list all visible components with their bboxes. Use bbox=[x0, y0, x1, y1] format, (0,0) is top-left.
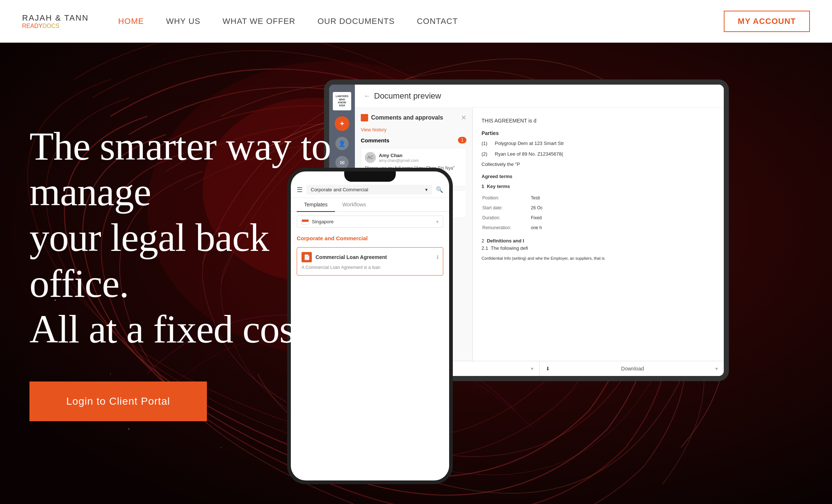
country-arrow-icon: ▾ bbox=[436, 219, 438, 224]
login-button[interactable]: Login to Client Portal bbox=[29, 381, 207, 421]
comments-title-row: Comments and approvals bbox=[361, 114, 443, 121]
comments-badge: 1 bbox=[458, 137, 466, 143]
main-nav: HOME WHY US WHAT WE OFFER OUR DOCUMENTS … bbox=[118, 17, 724, 26]
key-terms-heading: 1 Key terms bbox=[482, 183, 715, 191]
phone-notch bbox=[344, 171, 396, 182]
sidebar-add-icon[interactable]: + bbox=[335, 116, 349, 131]
hero-section: The smarter way to manage your legal bac… bbox=[0, 43, 832, 504]
start-val: 26 Oc bbox=[531, 203, 714, 213]
nav-our-documents[interactable]: OUR DOCUMENTS bbox=[317, 17, 395, 26]
comment-icon bbox=[361, 114, 368, 121]
start-label: Start date: bbox=[482, 203, 530, 213]
view-history-link[interactable]: View history bbox=[361, 127, 466, 132]
doc-party-1: (1) Polygroup Dem at 123 Smart Str bbox=[482, 140, 715, 148]
definitions-row: 2 Definitions and I bbox=[482, 237, 715, 245]
comments-header: Comments and approvals ✕ bbox=[361, 114, 466, 122]
nav-home[interactable]: HOME bbox=[118, 17, 144, 26]
key-terms-label: Key terms bbox=[487, 184, 510, 189]
table-row-start: Start date: 26 Oc bbox=[482, 203, 714, 213]
hero-title-line2: your legal back office. bbox=[29, 216, 269, 305]
party-2-num: (2) bbox=[482, 150, 490, 158]
collectively-text: Collectively the "P bbox=[482, 161, 715, 168]
tablet-doc-header: ← Document preview bbox=[355, 85, 724, 108]
sidebar-envelope-icon[interactable]: ✉ bbox=[335, 156, 349, 169]
key-terms-num: 1 bbox=[482, 184, 484, 189]
party-2-text: Ryan Lee of 89 No. Z12345678( bbox=[495, 150, 563, 158]
duration-val: Fixed bbox=[531, 213, 714, 223]
definitions-sub: 2.1 The following defi bbox=[482, 245, 715, 252]
phone-search-icon[interactable]: 🔍 bbox=[436, 186, 443, 193]
logo-docs: DOCS bbox=[42, 23, 59, 29]
tablet-logo: LAWYERSWHOKNOWASIA bbox=[333, 92, 351, 110]
logo-brand: READYDOCS bbox=[22, 23, 89, 29]
avatar-amy: AC bbox=[365, 152, 376, 163]
confidential-text: Confidential Info (writing) and whe the … bbox=[482, 255, 715, 262]
party-1-num: (1) bbox=[482, 140, 490, 148]
doc-party-2: (2) Ryan Lee of 89 No. Z12345678( bbox=[482, 150, 715, 158]
svg-point-9 bbox=[221, 447, 221, 448]
definitions-num: 2 bbox=[482, 238, 484, 244]
doc-info-icon[interactable]: ℹ bbox=[437, 254, 438, 260]
back-arrow-icon[interactable]: ← bbox=[364, 92, 370, 100]
nav-what-we-offer[interactable]: WHAT WE OFFER bbox=[223, 17, 296, 26]
agreed-terms: Agreed terms bbox=[482, 173, 715, 181]
sidebar-person-icon[interactable]: 👤 bbox=[335, 137, 349, 150]
dropdown-arrow-icon: ▾ bbox=[425, 187, 428, 192]
duration-label: Duration: bbox=[482, 213, 530, 223]
doc-parties-title: Parties bbox=[482, 129, 715, 137]
doc-agreement-text: THIS AGREEMENT is d bbox=[482, 117, 715, 125]
hero-title: The smarter way to manage your legal bac… bbox=[29, 124, 331, 352]
comments-label: Comments and approvals bbox=[371, 114, 443, 121]
logo-ready: READY bbox=[22, 23, 42, 29]
table-row-remuneration: Remuneration: one h bbox=[482, 223, 714, 233]
key-terms-table: Position: Testi Start date: 26 Oc Durati… bbox=[482, 193, 715, 234]
signatures-chevron-icon: ▾ bbox=[531, 366, 533, 372]
header: RAJAH & TANN READYDOCS HOME WHY US WHAT … bbox=[0, 0, 832, 43]
doc-preview-title: Document preview bbox=[374, 91, 441, 101]
doc-content-area: THIS AGREEMENT is d Parties (1) Polygrou… bbox=[473, 108, 724, 361]
table-row-duration: Duration: Fixed bbox=[482, 213, 714, 223]
hero-title-line3: All at a fixed cost. bbox=[29, 307, 315, 351]
remuneration-val: one h bbox=[531, 223, 714, 233]
remuneration-label: Remuneration: bbox=[482, 223, 530, 233]
nav-contact[interactable]: CONTACT bbox=[417, 17, 458, 26]
table-row-position: Position: Testi bbox=[482, 194, 714, 203]
my-account-button[interactable]: MY ACCOUNT bbox=[724, 11, 810, 32]
commenter-1-email: amy.chan@gmail.com bbox=[379, 158, 462, 163]
svg-point-6 bbox=[128, 429, 130, 430]
position-val: Testi bbox=[531, 194, 714, 203]
comments-word-label: Comments bbox=[361, 137, 389, 143]
party-1-text: Polygroup Dem at 123 Smart Str bbox=[495, 140, 564, 148]
commenter-1-info: Amy Chan amy.chan@gmail.com bbox=[379, 153, 462, 163]
position-label: Position: bbox=[482, 194, 530, 203]
def-sub-num: 2.1 bbox=[482, 245, 488, 251]
comments-close-icon[interactable]: ✕ bbox=[461, 114, 466, 122]
comments-subheader: Comments 1 bbox=[361, 137, 466, 143]
download-label: Download bbox=[621, 366, 644, 372]
device-mockups: LAWYERSWHOKNOWASIA + 👤 ✉ ← Document prev… bbox=[287, 79, 832, 484]
hero-title-line1: The smarter way to manage bbox=[29, 124, 331, 214]
download-icon: ⬇ bbox=[546, 366, 550, 372]
nav-why-us[interactable]: WHY US bbox=[166, 17, 201, 26]
download-chevron-icon: ▾ bbox=[715, 366, 718, 372]
tab-workflows[interactable]: Workflows bbox=[335, 198, 373, 211]
logo-tagline: RAJAH & TANN bbox=[22, 13, 89, 23]
download-panel[interactable]: ⬇ Download ▾ bbox=[540, 361, 724, 376]
commenter-1-row: AC Amy Chan amy.chan@gmail.com bbox=[365, 152, 462, 163]
def-sub-text: The following defi bbox=[491, 245, 528, 251]
definitions-label: Definitions and I bbox=[487, 238, 524, 244]
commenter-1-name: Amy Chan bbox=[379, 153, 462, 158]
logo[interactable]: RAJAH & TANN READYDOCS bbox=[22, 13, 89, 29]
doc-item-title: Commercial Loan Agreement bbox=[315, 254, 433, 260]
hero-content: The smarter way to manage your legal bac… bbox=[29, 124, 331, 421]
